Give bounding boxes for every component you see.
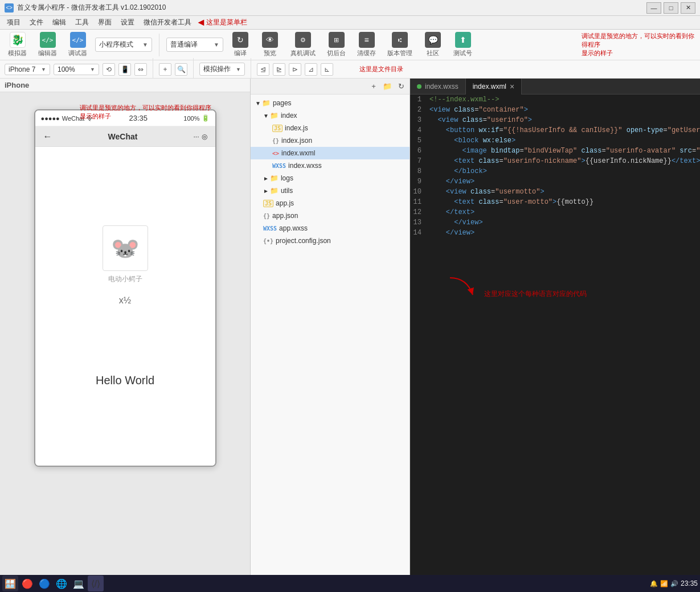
expand-button[interactable]: ⇔ (134, 63, 147, 76)
toolbar-community-button[interactable]: 💬 社区 (420, 31, 445, 59)
compile-icon: ↻ (232, 32, 248, 48)
step-over-btn[interactable]: ⊳ (289, 63, 301, 76)
toolbar-editor-button[interactable]: </> 编辑器 (35, 31, 60, 59)
menu-file[interactable]: 文件 (25, 17, 48, 28)
refresh-button[interactable]: ↻ (395, 81, 407, 92)
toolbar-backend-button[interactable]: ⊞ 切后台 (324, 31, 349, 59)
close-button[interactable]: ✕ (681, 2, 695, 14)
taskbar-icon-web[interactable]: 🌐 (54, 575, 69, 591)
nav-back: ← (43, 131, 52, 142)
file-item-index-folder[interactable]: ▼ 📁 index (251, 109, 410, 122)
line-num-11: 11 (410, 197, 427, 207)
tab-wxml[interactable]: index.wxml × (466, 79, 522, 94)
file-toolbar: + 📁 ↻ (251, 79, 410, 94)
title-bar: <> 首义专属小程序 - 微信开发者工具 v1.02.1902010 — □ ✕ (0, 0, 700, 16)
code-line-12: 12 </text> (410, 207, 700, 217)
taskbar-icon-start[interactable]: 🪟 (2, 575, 18, 591)
step-btn[interactable]: ⊵ (273, 63, 285, 76)
annotation-arrow-svg (444, 272, 478, 306)
mode-dropdown[interactable]: 小程序模式 ▼ (95, 38, 152, 52)
project-config-icon: {•} (263, 237, 273, 245)
time-display: 23:35 (129, 114, 148, 122)
taskbar-volume: 🔊 (670, 580, 678, 587)
device-dropdown-value: iPhone 7 (9, 65, 35, 73)
menu-settings[interactable]: 设置 (116, 17, 139, 28)
rotate-button[interactable]: ⟲ (103, 63, 115, 76)
line-content-5: <block wx:else> (427, 135, 700, 146)
version-icon: ⑆ (392, 32, 408, 48)
nav-dots: ··· (193, 133, 199, 141)
taskbar-icon-browser[interactable]: 🔴 (19, 575, 35, 591)
file-item-index-wxss[interactable]: WXSS index.wxss (251, 159, 410, 172)
device-dropdown[interactable]: iPhone 7 ▼ (5, 64, 50, 75)
code-line-8: 8 </block> (410, 166, 700, 176)
file-item-app-json[interactable]: {} app.json (251, 209, 410, 222)
file-item-logs[interactable]: ► 📁 logs (251, 172, 410, 184)
toolbar-debugger-button[interactable]: </> 调试器 (65, 31, 91, 59)
compile-dropdown[interactable]: 普通编译 ▼ (166, 38, 223, 52)
menu-interface[interactable]: 界面 (93, 17, 116, 28)
toolbar-compile-button[interactable]: ↻ 编译 (228, 31, 253, 59)
taskbar: 🪟 🔴 🔵 🌐 💻 ⟨/⟩ 🔔 📶 🔊 23:35 (0, 575, 700, 592)
window-controls: — □ ✕ (646, 2, 695, 14)
menu-project[interactable]: 项目 (2, 17, 25, 28)
new-file-button[interactable]: + (367, 81, 380, 92)
taskbar-icon-app2[interactable]: 🔵 (36, 575, 52, 591)
menu-tools[interactable]: 工具 (71, 17, 93, 28)
line-content-11: <text class="user-motto">{{motto}} (427, 197, 700, 207)
logs-label: logs (281, 174, 293, 182)
line-content-1: <!--index.wxml--> (427, 94, 700, 105)
toolbar-test-button[interactable]: ⬆ 测试号 (450, 31, 476, 59)
toolbar-simulator-button[interactable]: 🐉 模拟器 (5, 31, 30, 59)
toolbar-cache-button[interactable]: ≡ 清缓存 (354, 31, 379, 59)
file-item-pages[interactable]: ▼ 📁 pages (251, 97, 410, 109)
sort2-btn[interactable]: ⊾ (321, 63, 333, 76)
toolbar-preview-button[interactable]: 👁 预览 (257, 31, 283, 59)
file-item-project-config[interactable]: {•} project.config.json (251, 235, 410, 247)
file-item-app-js[interactable]: JS app.js (251, 197, 410, 209)
phone-nav-bar: ← WeChat ··· ◎ (35, 126, 215, 147)
menu-wechat-devtools[interactable]: 微信开发者工具 (139, 17, 196, 28)
line-content-8: </block> (427, 166, 700, 176)
phone-button[interactable]: 📱 (118, 63, 131, 76)
compile-btn2[interactable]: ⊴ (257, 63, 269, 76)
wxml-tab-close[interactable]: × (510, 82, 514, 91)
taskbar-icon-terminal[interactable]: 💻 (71, 575, 87, 591)
maximize-button[interactable]: □ (664, 2, 678, 14)
new-folder-button[interactable]: 📁 (381, 81, 394, 92)
index-expand-icon: ▼ (263, 113, 269, 119)
annotation-arrow-area (444, 272, 478, 306)
line-num-4: 4 (410, 125, 427, 135)
taskbar-icon-devtool[interactable]: ⟨/⟩ (88, 575, 104, 591)
toolbar-version-button[interactable]: ⑆ 版本管理 (384, 31, 416, 59)
minimize-button[interactable]: — (646, 2, 661, 14)
menu-edit[interactable]: 编辑 (48, 17, 71, 28)
file-item-index-json[interactable]: {} index.json (251, 134, 410, 147)
file-item-utils[interactable]: ► 📁 utils (251, 184, 410, 197)
file-item-index-js[interactable]: JS index.js (251, 122, 410, 134)
code-line-6: 6 <image bindtap="bindViewTap" class="us… (410, 146, 700, 156)
taskbar-time: 23:35 (681, 579, 698, 587)
code-area[interactable]: 1 <!--index.wxml--> 2 <view class="conta… (410, 94, 700, 578)
toolbar-device-button[interactable]: ⚙ 真机调试 (287, 31, 319, 59)
file-item-index-wxml[interactable]: <> index.wxml (251, 147, 410, 159)
code-line-13: 13 </view> (410, 217, 700, 228)
add-button[interactable]: + (159, 63, 171, 76)
file-item-app-wxss[interactable]: WXSS app.wxss (251, 222, 410, 235)
taskbar-notifications: 🔔 (650, 580, 658, 587)
simulate-dropdown[interactable]: 模拟操作 ▼ (199, 63, 245, 76)
scale-dropdown[interactable]: 100% ▼ (54, 64, 99, 75)
sort-btn[interactable]: ⊿ (305, 63, 317, 76)
line-num-12: 12 (410, 207, 427, 217)
search-button[interactable]: 🔍 (175, 63, 187, 76)
toolbar2-separator (153, 58, 153, 81)
utils-label: utils (281, 187, 293, 195)
code-annotation-text: 这里对应这个每种语言对应的代码 (484, 289, 587, 306)
code-line-7: 7 <text class="userinfo-nickname">{{user… (410, 156, 700, 166)
logs-expand-icon: ► (263, 175, 269, 182)
editor-panel: index.wxss index.wxml × 1 <!--index.wxml… (410, 79, 700, 592)
status-right: 100% 🔋 (183, 114, 209, 122)
tab-wxss[interactable]: index.wxss (410, 79, 466, 94)
taskbar-app-icons: 🪟 🔴 🔵 🌐 💻 ⟨/⟩ (2, 575, 104, 591)
wxml-icon: <> (272, 149, 279, 157)
